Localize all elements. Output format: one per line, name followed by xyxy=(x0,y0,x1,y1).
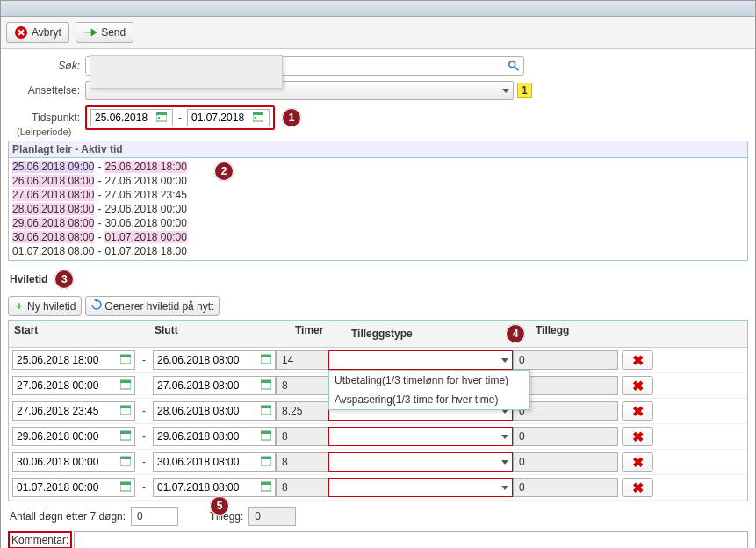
calendar-icon[interactable] xyxy=(120,405,131,417)
calendar-icon[interactable] xyxy=(120,456,131,468)
aktiv-from: 27.06.2018 08:00 xyxy=(12,189,94,201)
start-input[interactable] xyxy=(12,376,135,395)
calendar-icon[interactable] xyxy=(120,379,131,392)
close-icon: ✖ xyxy=(632,403,644,420)
svg-rect-5 xyxy=(158,117,160,119)
delete-row-button[interactable]: ✖ xyxy=(622,376,653,395)
tilleggstype-select[interactable] xyxy=(328,427,513,446)
svg-rect-28 xyxy=(261,457,271,459)
cancel-icon xyxy=(14,25,28,40)
slutt-input[interactable] xyxy=(153,350,276,370)
search-icon[interactable] xyxy=(504,60,523,72)
annotation-1: 1 xyxy=(282,108,301,127)
aktiv-to: 01.07.2018 00:00 xyxy=(104,231,186,243)
table-row: -80✖ xyxy=(9,424,747,450)
close-icon: ✖ xyxy=(632,378,644,394)
start-input[interactable] xyxy=(12,478,135,497)
combo-option[interactable]: Avspasering(1/3 time for hver time) xyxy=(329,390,529,409)
ansettelse-badge: 1 xyxy=(517,83,532,98)
titlebar xyxy=(1,1,755,17)
tilleggstype-select[interactable] xyxy=(328,452,513,472)
app-window: Avbryt Send Søk: Ansettelse: 1 xyxy=(0,0,756,548)
date-to-input[interactable] xyxy=(191,112,251,124)
delete-row-button[interactable]: ✖ xyxy=(622,401,653,421)
delete-row-button[interactable]: ✖ xyxy=(622,452,653,472)
calendar-icon[interactable] xyxy=(253,112,265,124)
calendar-icon[interactable] xyxy=(120,430,131,443)
chevron-down-icon xyxy=(501,358,508,363)
svg-rect-16 xyxy=(261,380,271,383)
timer-value: 8 xyxy=(276,478,328,497)
annotation-2: 2 xyxy=(214,162,234,181)
aktiv-to: 29.06.2018 00:00 xyxy=(104,203,186,215)
aktiv-to: 25.06.2018 18:00 xyxy=(104,161,186,173)
calendar-icon[interactable] xyxy=(261,405,271,417)
delete-row-button[interactable]: ✖ xyxy=(622,478,653,497)
combo-option[interactable]: Utbetaling(1/3 timelønn for hver time) xyxy=(329,371,529,390)
timer-value: 8 xyxy=(276,376,328,395)
start-input[interactable] xyxy=(12,427,135,446)
close-icon: ✖ xyxy=(632,480,644,496)
tillegg-value: 0 xyxy=(513,350,618,370)
aktiv-from: 30.06.2018 08:00 xyxy=(12,231,94,243)
slutt-input[interactable] xyxy=(153,452,276,472)
annotation-5: 5 xyxy=(210,496,229,516)
comment-row: Kommentar: xyxy=(8,531,748,548)
header-timer: Timer xyxy=(290,321,346,347)
calendar-icon[interactable] xyxy=(261,379,271,392)
send-button[interactable]: Send xyxy=(76,22,133,43)
svg-rect-12 xyxy=(261,355,271,357)
aktiv-to: 27.06.2018 23:45 xyxy=(104,189,186,201)
delete-row-button[interactable]: ✖ xyxy=(622,350,653,370)
svg-rect-30 xyxy=(120,482,131,485)
aktiv-section: Planlagt leir - Aktiv tid 2 25.06.2018 0… xyxy=(8,141,748,261)
tillegg-value: 0 xyxy=(513,478,618,497)
aktiv-to: 27.06.2018 00:00 xyxy=(104,175,186,187)
calendar-icon[interactable] xyxy=(261,456,271,468)
new-hviletid-button[interactable]: ＋ Ny hviletid xyxy=(8,296,82,316)
start-input[interactable] xyxy=(12,401,135,421)
start-input[interactable] xyxy=(12,350,135,370)
date-from-input[interactable] xyxy=(95,112,155,124)
calendar-icon[interactable] xyxy=(261,354,271,366)
table-row: -80✖ xyxy=(9,450,747,475)
generate-hviletid-label: Generer hviletid på nytt xyxy=(104,300,213,313)
generate-hviletid-button[interactable]: Generer hviletid på nytt xyxy=(85,296,220,316)
slutt-input[interactable] xyxy=(153,401,276,421)
tilleggstype-select[interactable] xyxy=(328,478,513,497)
close-icon: ✖ xyxy=(632,429,644,445)
calendar-icon[interactable] xyxy=(261,481,271,494)
header-tillegg: Tillegg xyxy=(530,321,636,347)
aktiv-row: 25.06.2018 09:00-25.06.2018 18:00 xyxy=(12,160,744,174)
slutt-input[interactable] xyxy=(153,427,276,446)
delete-row-button[interactable]: ✖ xyxy=(622,427,653,446)
slutt-input[interactable] xyxy=(153,478,276,497)
dogn-input[interactable]: 0 xyxy=(131,507,178,526)
aktiv-row: 27.06.2018 08:00-27.06.2018 23:45 xyxy=(12,188,744,202)
search-popup[interactable] xyxy=(90,55,283,89)
cancel-button[interactable]: Avbryt xyxy=(6,22,69,43)
svg-line-2 xyxy=(515,67,518,70)
slutt-input[interactable] xyxy=(153,376,276,395)
hviletid-title: Hviletid xyxy=(10,273,47,285)
calendar-icon[interactable] xyxy=(120,481,131,494)
aktiv-row: 29.06.2018 08:00-30.06.2018 00:00 xyxy=(12,216,744,230)
comment-textarea[interactable] xyxy=(74,531,748,548)
date-to[interactable] xyxy=(187,109,270,126)
hviletid-toolbar: ＋ Ny hviletid Generer hviletid på nytt xyxy=(8,292,748,320)
aktiv-row: 28.06.2018 08:00-29.06.2018 00:00 xyxy=(12,202,744,216)
calendar-icon[interactable] xyxy=(156,112,169,124)
annotation-4: 4 xyxy=(506,324,525,343)
calendar-icon[interactable] xyxy=(120,354,131,366)
start-input[interactable] xyxy=(12,452,135,472)
table-row: -80✖ xyxy=(9,475,747,501)
date-from[interactable] xyxy=(90,109,173,126)
header-slutt: Slutt xyxy=(149,321,290,347)
svg-rect-24 xyxy=(261,431,271,434)
ansettelse-label: Ansettelse: xyxy=(8,84,85,97)
calendar-icon[interactable] xyxy=(261,430,271,443)
dogn-label: Antall døgn etter 7.døgn: xyxy=(10,510,126,523)
timer-value: 8 xyxy=(276,427,328,446)
tilleggstype-select[interactable] xyxy=(328,350,513,370)
hviletid-title-row: Hviletid 3 xyxy=(8,266,748,292)
